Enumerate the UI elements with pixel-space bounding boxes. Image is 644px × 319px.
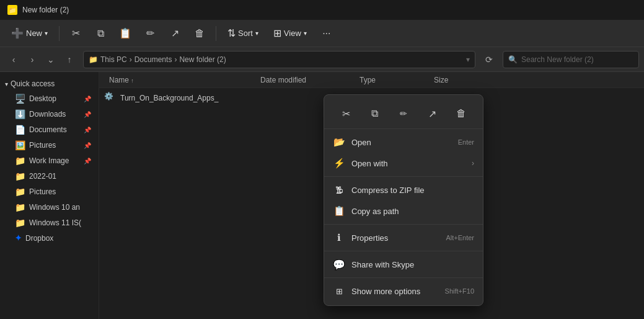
- recent-button[interactable]: ⌄: [42, 51, 60, 68]
- view-chevron-icon: ▾: [304, 30, 307, 37]
- sidebar-item-documents[interactable]: 📄 Documents 📌: [2, 122, 96, 137]
- col-header-name[interactable]: Name ↑: [99, 76, 260, 84]
- col-header-size[interactable]: Size: [434, 76, 483, 84]
- delete-button[interactable]: 🗑: [188, 22, 211, 45]
- ctx-more-options-shortcut: Shift+F10: [445, 287, 474, 295]
- quick-access-chevron-icon: ▾: [5, 81, 8, 88]
- search-bar[interactable]: 🔍 Search New folder (2): [503, 51, 639, 68]
- col-header-type[interactable]: Type: [359, 76, 434, 84]
- ctx-open-item[interactable]: 📂 Open Enter: [324, 132, 483, 153]
- main-layout: ▾ Quick access 🖥️ Desktop 📌 ⬇️ Downloads…: [0, 72, 644, 319]
- new-label: New: [26, 29, 42, 38]
- title-bar: 📁 New folder (2): [0, 0, 644, 20]
- sidebar-desktop-label: Desktop: [29, 94, 56, 103]
- share-button[interactable]: ↗: [164, 22, 186, 45]
- ctx-cut-button[interactable]: ✂: [335, 102, 357, 125]
- downloads-icon: ⬇️: [15, 109, 25, 119]
- desktop-pin-icon: 📌: [84, 96, 91, 102]
- ctx-properties-icon: ℹ: [333, 231, 345, 244]
- search-placeholder: Search New folder (2): [521, 55, 594, 64]
- more-options-button[interactable]: ···: [315, 22, 338, 45]
- context-menu-toolbar: ✂ ⧉ ✏ ↗ 🗑: [324, 99, 483, 129]
- documents-icon: 📄: [15, 125, 25, 135]
- cut-button[interactable]: ✂: [64, 22, 87, 45]
- ctx-compress-label: Compress to ZIP file: [351, 186, 474, 195]
- path-text: This PC: [100, 55, 127, 64]
- ctx-compress-item[interactable]: 🗜 Compress to ZIP file: [324, 179, 483, 200]
- ctx-delete-button[interactable]: 🗑: [450, 102, 472, 125]
- dropbox-icon: ✦: [15, 233, 22, 243]
- sidebar-windows10-label: Windows 10 an: [29, 203, 80, 212]
- ctx-open-with-label: Open with: [351, 159, 465, 168]
- sidebar-item-desktop[interactable]: 🖥️ Desktop 📌: [2, 91, 96, 106]
- rename-button[interactable]: ✏: [139, 22, 161, 45]
- sidebar: ▾ Quick access 🖥️ Desktop 📌 ⬇️ Downloads…: [0, 72, 99, 319]
- sidebar-windows11-label: Windows 11 IS(: [29, 218, 81, 227]
- ctx-copy-path-icon: 📋: [333, 205, 345, 217]
- sidebar-item-pictures2[interactable]: 📁 Pictures: [2, 184, 96, 199]
- sidebar-item-work-image[interactable]: 📁 Work Image 📌: [2, 153, 96, 168]
- new-button[interactable]: ➕ New ▾: [5, 24, 54, 43]
- sort-icon: ⇅: [227, 27, 236, 39]
- new-chevron-icon: ▾: [45, 30, 48, 37]
- ctx-open-label: Open: [351, 138, 452, 147]
- sidebar-item-windows10[interactable]: 📁 Windows 10 an: [2, 200, 96, 215]
- ctx-separator-2: [324, 224, 483, 225]
- sidebar-item-pictures[interactable]: 🖼️ Pictures 📌: [2, 138, 96, 153]
- sidebar-2022-label: 2022-01: [29, 172, 56, 181]
- view-icon: ⊞: [273, 27, 281, 39]
- ctx-open-with-item[interactable]: ⚡ Open with ›: [324, 153, 483, 174]
- sidebar-item-2022-01[interactable]: 📁 2022-01: [2, 169, 96, 184]
- pictures-pin-icon: 📌: [84, 142, 91, 149]
- refresh-button[interactable]: ⟳: [480, 51, 498, 68]
- sidebar-item-dropbox[interactable]: ✦ Dropbox: [2, 231, 96, 245]
- copy-button[interactable]: ⧉: [89, 22, 112, 45]
- ctx-properties-shortcut: Alt+Enter: [446, 234, 474, 241]
- ctx-more-options-icon: ⊞: [333, 285, 345, 297]
- up-button[interactable]: ↑: [61, 51, 78, 68]
- windows10-icon: 📁: [15, 202, 25, 212]
- back-button[interactable]: ‹: [5, 51, 22, 68]
- nav-buttons: ‹ › ⌄ ↑: [5, 51, 78, 68]
- work-image-pin-icon: 📌: [84, 158, 91, 164]
- ctx-properties-label: Properties: [351, 233, 439, 243]
- ctx-share-skype-label: Share with Skype: [351, 260, 474, 269]
- address-bar: ‹ › ⌄ ↑ 📁 This PC › Documents › New fold…: [0, 47, 644, 72]
- quick-access-header[interactable]: ▾ Quick access: [0, 77, 99, 91]
- new-icon: ➕: [11, 27, 24, 39]
- documents-pin-icon: 📌: [84, 127, 91, 133]
- ctx-more-options-label: Show more options: [351, 287, 439, 296]
- view-button[interactable]: ⊞ View ▾: [267, 24, 313, 43]
- ctx-share-button[interactable]: ↗: [421, 102, 443, 125]
- sort-chevron-icon: ▾: [255, 30, 258, 37]
- sidebar-dropbox-label: Dropbox: [25, 234, 53, 243]
- sidebar-work-image-label: Work Image: [29, 156, 69, 165]
- forward-button[interactable]: ›: [24, 51, 41, 68]
- ctx-separator-3: [324, 251, 483, 251]
- paste-button[interactable]: 📋: [114, 22, 136, 45]
- column-headers: Name ↑ Date modified Type Size: [99, 72, 644, 88]
- work-image-icon: 📁: [15, 156, 25, 166]
- ctx-copy-path-item[interactable]: 📋 Copy as path: [324, 200, 483, 222]
- ctx-open-with-icon: ⚡: [333, 157, 345, 169]
- sidebar-item-downloads[interactable]: ⬇️ Downloads 📌: [2, 107, 96, 122]
- ctx-open-with-arrow-icon: ›: [472, 159, 474, 168]
- ctx-more-options-item[interactable]: ⊞ Show more options Shift+F10: [324, 281, 483, 302]
- sort-button[interactable]: ⇅ Sort ▾: [221, 24, 265, 43]
- content-area: Name ↑ Date modified Type Size ⚙️ Turn_O…: [99, 72, 644, 319]
- ctx-copy-button[interactable]: ⧉: [364, 102, 386, 125]
- ctx-share-skype-item[interactable]: 💬 Share with Skype: [324, 254, 483, 275]
- folder-icon: 📁: [89, 55, 98, 64]
- title-bar-text: New folder (2): [22, 6, 69, 14]
- sidebar-item-windows11[interactable]: 📁 Windows 11 IS(: [2, 215, 96, 230]
- pictures-icon: 🖼️: [15, 140, 25, 150]
- address-path[interactable]: 📁 This PC › Documents › New folder (2) ▾: [83, 51, 475, 68]
- ctx-open-shortcut: Enter: [458, 138, 474, 146]
- search-icon: 🔍: [508, 55, 518, 64]
- col-header-date[interactable]: Date modified: [260, 76, 359, 84]
- ctx-properties-item[interactable]: ℹ Properties Alt+Enter: [324, 227, 483, 248]
- ctx-rename-button[interactable]: ✏: [392, 102, 415, 125]
- ctx-compress-icon: 🗜: [333, 184, 345, 196]
- toolbar-separator-1: [59, 26, 60, 41]
- quick-access-section: ▾ Quick access 🖥️ Desktop 📌 ⬇️ Downloads…: [0, 74, 99, 248]
